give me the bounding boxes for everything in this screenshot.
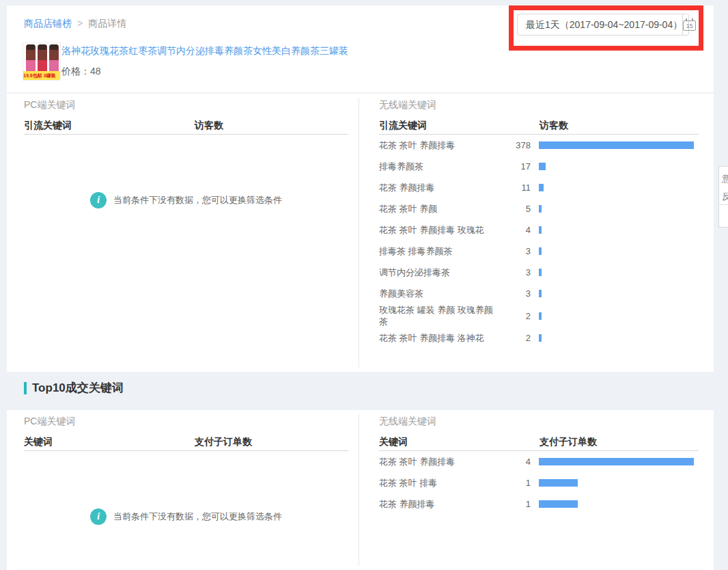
keyword-row: 花茶 茶叶 养颜5 (379, 198, 699, 219)
pc-deal-col1-header: 关键词 (24, 436, 53, 447)
info-icon: i (90, 508, 107, 525)
product-title-link[interactable]: 洛神花玫瑰花茶红枣茶调节内分泌排毒养颜茶女性美白养颜茶三罐装 (61, 45, 348, 57)
keyword-value: 4 (499, 225, 531, 235)
keyword-bar (539, 141, 694, 149)
wireless-traffic-col2-header: 访客数 (540, 120, 568, 132)
wireless-deal-col2-header: 支付子订单数 (540, 436, 597, 448)
pc-deal-col2-header: 支付子订单数 (195, 436, 252, 448)
keyword-row: 花茶 茶叶 养颜排毒 玫瑰花4 (379, 219, 699, 241)
wireless-traffic-column: 无线端关键词 引流关键词 访客数 花茶 茶叶 养颜排毒378排毒养颜茶17花茶 … (379, 94, 699, 372)
keyword-label: 排毒养颜茶 (379, 161, 499, 172)
feedback-widget-label: 意 反 (719, 167, 728, 205)
pc-traffic-empty-state: i 当前条件下没有数据，您可以更换筛选条件 (24, 192, 348, 208)
keyword-value: 2 (499, 333, 531, 343)
keyword-label: 调节内分泌排毒茶 (379, 267, 499, 278)
keyword-row: 花茶 养颜排毒11 (379, 177, 699, 198)
pc-traffic-col2-header: 访客数 (195, 120, 223, 132)
keyword-label: 花茶 茶叶 养颜排毒 洛神花 (379, 332, 499, 344)
empty-state-text: 当前条件下没有数据，您可以更换筛选条件 (113, 194, 282, 206)
wireless-traffic-col1-header: 引流关键词 (379, 120, 427, 131)
keyword-label: 花茶 养颜排毒 (379, 498, 499, 510)
keyword-label: 排毒茶 排毒养颜茶 (379, 245, 499, 257)
deal-section-header: Top10成交关键词 (24, 380, 124, 396)
date-range-picker[interactable]: 最近1天（2017-09-04~2017-09-04） 15 (517, 14, 689, 36)
keyword-row: 排毒茶 排毒养颜茶3 (379, 241, 699, 262)
section-accent-bar (24, 382, 27, 394)
keyword-value: 2 (499, 311, 531, 321)
keyword-value: 1 (499, 499, 531, 509)
keyword-bar (539, 247, 542, 255)
keyword-label: 花茶 茶叶 排毒 (379, 477, 499, 489)
keyword-bar (539, 500, 578, 508)
keyword-label: 花茶 茶叶 养颜 (379, 203, 499, 215)
table-header-rule (24, 134, 348, 135)
keyword-bar (539, 226, 542, 234)
keyword-label: 花茶 茶叶 养颜排毒 玫瑰花 (379, 224, 499, 236)
keyword-bar (539, 334, 542, 342)
keyword-bar (539, 479, 578, 487)
pc-traffic-col1-header: 引流关键词 (24, 120, 72, 131)
wireless-traffic-rows: 花茶 茶叶 养颜排毒378排毒养颜茶17花茶 养颜排毒11花茶 茶叶 养颜5花茶… (379, 135, 699, 349)
date-range-value: 最近1天（2017-09-04~2017-09-04） (518, 14, 682, 35)
breadcrumb-separator: > (77, 18, 83, 29)
keyword-bar (539, 205, 542, 213)
pc-deal-title: PC端关键词 (24, 416, 75, 428)
keyword-value: 17 (499, 161, 531, 172)
keyword-bar (539, 312, 542, 320)
keyword-bar (539, 290, 542, 297)
product-price: 价格：48 (61, 66, 101, 78)
keyword-bar (539, 458, 694, 465)
keyword-row: 花茶 茶叶 养颜排毒 洛神花2 (379, 327, 699, 349)
keyword-bar (539, 269, 542, 276)
keyword-value: 5 (499, 204, 531, 214)
calendar-icon: 15 (683, 21, 696, 31)
wireless-deal-column: 无线端关键词 关键词 支付子订单数 花茶 茶叶 养颜排毒4花茶 茶叶 排毒1花茶… (379, 410, 699, 570)
keyword-row: 调节内分泌排毒茶3 (379, 262, 699, 283)
keyword-value: 1 (499, 478, 531, 488)
keyword-row: 花茶 茶叶 养颜排毒4 (379, 451, 699, 472)
breadcrumb-current: 商品详情 (88, 18, 126, 29)
info-icon: i (90, 192, 107, 208)
keyword-label: 养颜美容茶 (379, 288, 499, 299)
keyword-label: 花茶 养颜排毒 (379, 182, 499, 193)
table-header-rule (24, 450, 348, 451)
product-promo-badge: 19.8包邮 3罐装 (23, 71, 60, 80)
keyword-row: 养颜美容茶3 (379, 283, 699, 304)
product-image-bottles (25, 45, 60, 72)
pc-traffic-column: PC端关键词 引流关键词 访客数 i 当前条件下没有数据，您可以更换筛选条件 (24, 94, 348, 372)
pc-traffic-title: PC端关键词 (24, 99, 75, 111)
empty-state-text: 当前条件下没有数据，您可以更换筛选条件 (113, 511, 282, 523)
keyword-bar (539, 163, 546, 170)
feedback-widget[interactable]: 意 反 (718, 166, 728, 228)
deal-section-title: Top10成交关键词 (32, 380, 124, 396)
keyword-row: 玫瑰花茶 罐装 养颜 玫瑰养颜茶2 (379, 304, 699, 327)
wireless-deal-col1-header: 关键词 (379, 436, 408, 447)
keyword-value: 3 (499, 267, 531, 277)
keyword-value: 4 (499, 457, 531, 467)
keyword-value: 11 (499, 182, 531, 193)
breadcrumb: 商品店铺榜>商品详情 (24, 18, 126, 30)
pc-deal-column: PC端关键词 关键词 支付子订单数 i 当前条件下没有数据，您可以更换筛选条件 (24, 410, 348, 570)
pc-deal-empty-state: i 当前条件下没有数据，您可以更换筛选条件 (24, 508, 348, 525)
keyword-row: 花茶 茶叶 排毒1 (379, 472, 699, 493)
product-thumbnail[interactable]: 19.8包邮 3罐装 (23, 42, 61, 81)
keyword-label: 花茶 茶叶 养颜排毒 (379, 139, 499, 151)
keyword-label: 玫瑰花茶 罐装 养颜 玫瑰养颜茶 (379, 304, 499, 327)
keyword-value: 378 (499, 140, 531, 150)
keyword-value: 3 (499, 246, 531, 256)
column-divider (359, 98, 359, 368)
keyword-row: 花茶 茶叶 养颜排毒378 (379, 135, 699, 156)
breadcrumb-root-link[interactable]: 商品店铺榜 (24, 18, 72, 29)
keyword-row: 花茶 养颜排毒1 (379, 493, 699, 515)
keyword-row: 排毒养颜茶17 (379, 156, 699, 177)
traffic-keywords-panel: PC端关键词 引流关键词 访客数 i 当前条件下没有数据，您可以更换筛选条件 无… (7, 94, 714, 372)
column-divider (359, 414, 359, 566)
wireless-traffic-title: 无线端关键词 (379, 99, 436, 111)
wireless-deal-title: 无线端关键词 (379, 416, 436, 428)
keyword-value: 3 (499, 288, 531, 299)
feedback-widget-extra (719, 205, 728, 227)
wireless-deal-rows: 花茶 茶叶 养颜排毒4花茶 茶叶 排毒1花茶 养颜排毒1 (379, 451, 699, 515)
keyword-bar (539, 184, 544, 191)
calendar-button[interactable]: 15 (682, 14, 696, 35)
deal-keywords-panel: PC端关键词 关键词 支付子订单数 i 当前条件下没有数据，您可以更换筛选条件 … (7, 410, 714, 570)
